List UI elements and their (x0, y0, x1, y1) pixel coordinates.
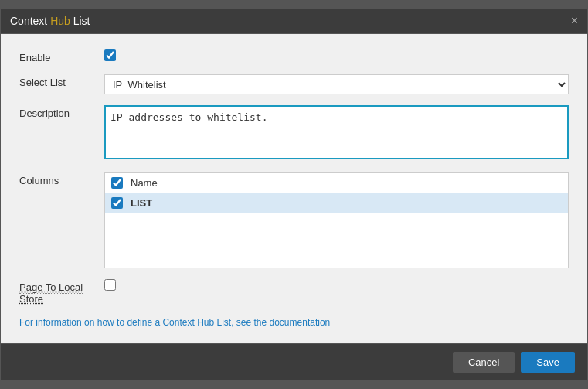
columns-control: Name LIST (104, 172, 569, 268)
column-list-checkbox[interactable] (111, 197, 123, 209)
column-name-label: Name (131, 177, 158, 189)
columns-list: Name LIST (104, 172, 569, 268)
page-to-local-row: Page To Local Store (19, 279, 569, 305)
select-list-row: Select List IP_Whitelist (19, 74, 569, 94)
select-list-label: Select List (19, 74, 104, 88)
columns-row: Columns Name LIST (19, 172, 569, 268)
enable-control (104, 49, 569, 63)
select-list-dropdown[interactable]: IP_Whitelist (104, 74, 569, 94)
description-label: Description (19, 105, 104, 119)
description-textarea[interactable]: IP addresses to whitelist. (104, 105, 569, 159)
page-to-local-checkbox[interactable] (104, 279, 116, 291)
column-name-checkbox[interactable] (111, 177, 123, 189)
column-row-list: LIST (105, 193, 568, 213)
info-link[interactable]: For information on how to define a Conte… (19, 317, 569, 328)
dialog-title-hub: Hub (50, 15, 70, 27)
description-row: Description IP addresses to whitelist. (19, 105, 569, 162)
close-button[interactable]: × (571, 15, 578, 27)
enable-row: Enable (19, 49, 569, 63)
dialog-body: Enable Select List IP_Whitelist Descript… (1, 34, 587, 343)
enable-checkbox[interactable] (104, 49, 116, 61)
columns-label: Columns (19, 172, 104, 186)
save-button[interactable]: Save (521, 352, 575, 373)
description-control: IP addresses to whitelist. (104, 105, 569, 162)
column-list-label: LIST (131, 197, 152, 209)
page-to-local-text: Page To Local Store (19, 282, 83, 305)
column-row-name: Name (105, 173, 568, 193)
enable-label: Enable (19, 49, 104, 63)
page-to-local-label: Page To Local Store (19, 279, 104, 305)
context-hub-list-dialog: Context Hub List × Enable Select List IP… (0, 8, 588, 381)
cancel-button[interactable]: Cancel (453, 352, 515, 373)
page-to-local-control (104, 279, 569, 293)
select-list-control: IP_Whitelist (104, 74, 569, 94)
dialog-header: Context Hub List × (1, 9, 587, 34)
dialog-footer: Cancel Save (1, 343, 587, 380)
columns-spacer (105, 213, 568, 268)
dialog-title: Context Hub List (10, 15, 90, 27)
